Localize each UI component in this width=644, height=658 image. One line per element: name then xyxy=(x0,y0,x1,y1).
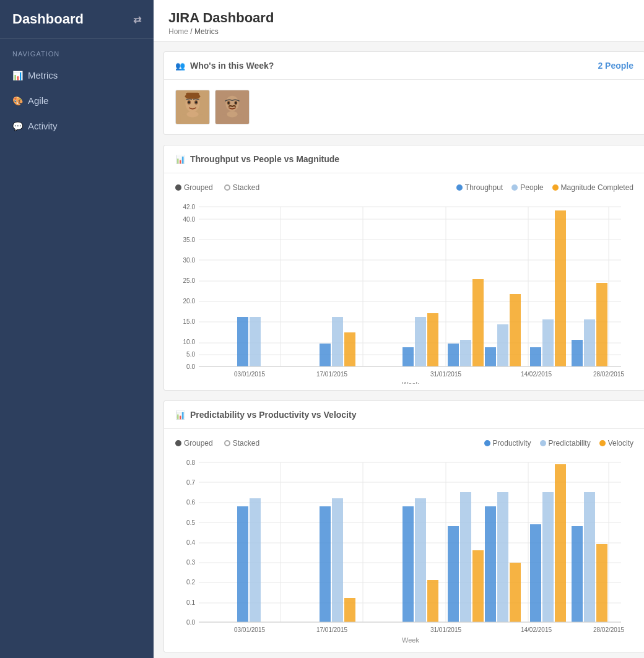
sidebar-item-metrics[interactable]: 📊 Metrics xyxy=(0,63,154,88)
velocity-dot xyxy=(599,440,606,446)
svg-point-14 xyxy=(228,102,229,104)
svg-rect-107 xyxy=(497,492,508,622)
productivity-dot xyxy=(484,440,490,446)
svg-rect-53 xyxy=(460,340,471,366)
people-icon: 👥 xyxy=(175,61,185,71)
svg-rect-109 xyxy=(530,524,541,622)
svg-rect-48 xyxy=(344,332,355,366)
svg-rect-95 xyxy=(250,498,261,622)
chart2-container: Grouped Stacked Productivity xyxy=(164,429,644,652)
avatar-1[interactable] xyxy=(175,90,210,124)
svg-rect-103 xyxy=(448,526,459,622)
svg-text:Week: Week xyxy=(402,636,419,644)
legend-people: People xyxy=(511,183,543,192)
svg-rect-51 xyxy=(427,313,438,366)
svg-rect-58 xyxy=(530,347,541,366)
legend-predictability: Predictability xyxy=(540,439,591,448)
legend-velocity-label: Velocity xyxy=(608,439,633,448)
predictability-chart-header: 📊 Predictability vs Productivity vs Velo… xyxy=(164,401,644,429)
chart1-options: Grouped Stacked Throughput xyxy=(175,183,633,192)
svg-text:0.8: 0.8 xyxy=(186,459,195,466)
svg-rect-104 xyxy=(460,492,471,622)
chart2-grouped-dot: Grouped xyxy=(175,439,213,448)
svg-text:17/01/2015: 17/01/2015 xyxy=(316,626,347,633)
sidebar-header: Dashboard ⇄ xyxy=(0,0,154,39)
sidebar-nav-label: NAVIGATION xyxy=(0,39,154,63)
chart1-grouped-label[interactable]: Grouped xyxy=(184,183,213,192)
avatar-2[interactable] xyxy=(215,90,250,124)
svg-text:0.4: 0.4 xyxy=(186,539,195,546)
svg-rect-62 xyxy=(584,319,595,366)
svg-text:10.0: 10.0 xyxy=(183,339,196,345)
sidebar-item-agile-label: Agile xyxy=(28,95,48,106)
activity-icon: 💬 xyxy=(12,121,23,131)
svg-rect-50 xyxy=(415,317,426,366)
chart1-grouped-dot: Grouped xyxy=(175,183,213,192)
avatars-row xyxy=(164,80,644,134)
svg-text:0.3: 0.3 xyxy=(186,559,195,566)
svg-rect-98 xyxy=(332,498,343,622)
agile-icon: 🎨 xyxy=(12,96,23,106)
svg-text:17/01/2015: 17/01/2015 xyxy=(316,371,347,378)
svg-rect-114 xyxy=(596,544,607,622)
chart2-title: Predictability vs Productivity vs Veloci… xyxy=(190,410,356,420)
svg-rect-108 xyxy=(510,563,521,622)
svg-rect-49 xyxy=(402,347,414,366)
breadcrumb-sep: / xyxy=(190,27,192,36)
avatar-1-img xyxy=(176,90,209,124)
svg-rect-110 xyxy=(542,492,554,622)
svg-rect-60 xyxy=(555,210,566,366)
main-body: 👥 Who's in this Week? 2 People xyxy=(154,41,644,658)
svg-rect-111 xyxy=(555,464,566,622)
svg-rect-94 xyxy=(237,506,248,622)
svg-rect-55 xyxy=(485,347,496,366)
svg-text:31/01/2015: 31/01/2015 xyxy=(430,371,461,378)
svg-rect-102 xyxy=(427,580,438,622)
svg-rect-52 xyxy=(448,344,459,366)
sidebar-item-activity-label: Activity xyxy=(28,121,58,131)
svg-rect-47 xyxy=(332,317,343,366)
svg-rect-113 xyxy=(584,492,595,622)
whos-in-header: 👥 Who's in this Week? 2 People xyxy=(164,52,644,80)
legend-productivity-label: Productivity xyxy=(493,439,531,448)
legend-productivity: Productivity xyxy=(484,439,531,448)
throughput-chart-header: 📊 Throughput vs People vs Magnitude xyxy=(164,145,644,173)
whos-in-card: 👥 Who's in this Week? 2 People xyxy=(163,51,644,135)
sidebar-title-text: Dashboard xyxy=(12,11,84,27)
svg-point-15 xyxy=(235,102,237,104)
svg-text:25.0: 25.0 xyxy=(183,277,196,284)
svg-text:03/01/2015: 03/01/2015 xyxy=(234,626,265,633)
svg-text:03/01/2015: 03/01/2015 xyxy=(234,371,265,378)
breadcrumb: Home / Metrics xyxy=(168,27,640,36)
svg-rect-56 xyxy=(497,324,508,366)
chart2-stacked-label[interactable]: Stacked xyxy=(233,439,259,448)
svg-rect-57 xyxy=(510,294,521,366)
chart1-stacked-dot: Stacked xyxy=(224,183,259,192)
people-count: 2 People xyxy=(598,61,633,71)
svg-text:0.2: 0.2 xyxy=(186,579,195,586)
main-content: JIRA Dashboard Home / Metrics 👥 Who's in… xyxy=(154,0,644,658)
svg-point-17 xyxy=(227,111,237,118)
legend-velocity: Velocity xyxy=(599,439,633,448)
avatar-2-img xyxy=(215,90,249,124)
legend-magnitude: Magnitude Completed xyxy=(552,183,633,192)
svg-rect-61 xyxy=(572,340,583,366)
chart2-legend: Productivity Predictability Velocity xyxy=(484,439,633,448)
chart1-title: Throughput vs People vs Magnitude xyxy=(190,154,339,164)
chart1-stacked-label[interactable]: Stacked xyxy=(233,183,259,192)
svg-rect-106 xyxy=(485,506,496,622)
svg-point-5 xyxy=(195,101,197,103)
svg-rect-100 xyxy=(402,506,414,622)
sidebar-item-activity[interactable]: 💬 Activity xyxy=(0,113,154,139)
sidebar-item-agile[interactable]: 🎨 Agile xyxy=(0,88,154,113)
svg-point-4 xyxy=(188,101,190,103)
chart2-grouped-label[interactable]: Grouped xyxy=(184,439,213,448)
svg-rect-9 xyxy=(186,93,199,99)
svg-text:0.5: 0.5 xyxy=(186,519,195,526)
people-dot xyxy=(511,184,518,191)
svg-text:15.0: 15.0 xyxy=(183,318,196,325)
chart2-svg: 0.8 0.7 0.6 0.5 0.4 0.3 0.2 0.1 0.0 xyxy=(175,454,633,646)
breadcrumb-home[interactable]: Home xyxy=(168,27,188,36)
svg-rect-97 xyxy=(320,506,331,622)
svg-text:0.0: 0.0 xyxy=(186,363,195,370)
